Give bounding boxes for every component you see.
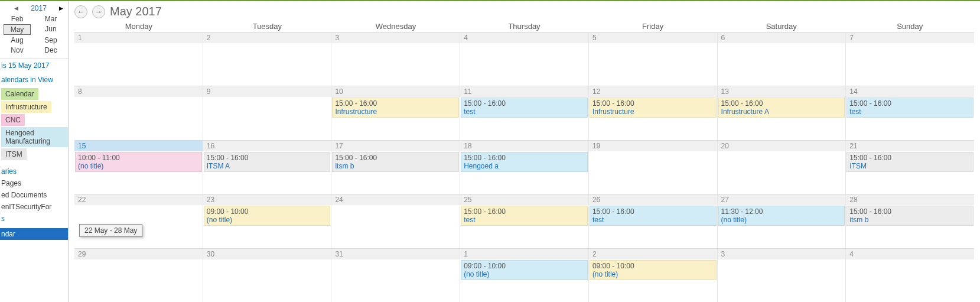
day-cell[interactable]: 1510:00 - 11:00(no title) bbox=[74, 141, 203, 194]
day-cell[interactable]: 24 bbox=[331, 194, 460, 248]
day-cell[interactable]: 4 bbox=[460, 33, 589, 86]
day-number: 10 bbox=[331, 86, 460, 97]
calendar-event[interactable]: 09:00 - 10:00(no title) bbox=[590, 260, 717, 280]
day-number: 11 bbox=[460, 86, 588, 97]
day-cell[interactable]: 3 bbox=[718, 249, 846, 302]
calendar-event[interactable]: 15:00 - 16:00Hengoed a bbox=[461, 152, 588, 172]
event-title: Infrustructure bbox=[335, 108, 456, 116]
calendar-event[interactable]: 15:00 - 16:00Infrustructure bbox=[590, 98, 717, 118]
event-time: 15:00 - 16:00 bbox=[207, 154, 328, 162]
event-title: test bbox=[464, 216, 585, 224]
day-cell[interactable]: 8 bbox=[74, 86, 203, 139]
day-cell[interactable]: 20 bbox=[718, 141, 846, 194]
day-cell[interactable]: 3 bbox=[331, 33, 460, 86]
month-dec[interactable]: Dec bbox=[37, 46, 64, 55]
calendar-event[interactable]: 15:00 - 16:00Infrustructure A bbox=[718, 98, 845, 118]
day-cell[interactable]: 2515:00 - 16:00test bbox=[460, 194, 589, 248]
link-pages[interactable]: Pages bbox=[0, 177, 68, 189]
day-number: 31 bbox=[331, 249, 460, 259]
month-may[interactable]: May bbox=[4, 24, 31, 35]
month-aug[interactable]: Aug bbox=[4, 35, 31, 45]
dow-label: Tuesday bbox=[203, 22, 332, 32]
calendar-event[interactable]: 15:00 - 16:00itsm b bbox=[332, 152, 459, 172]
day-cell[interactable]: 2 bbox=[203, 33, 332, 86]
day-cell[interactable]: 9 bbox=[203, 86, 332, 139]
calendar-event[interactable]: 11:30 - 12:00(no title) bbox=[718, 206, 845, 226]
day-cell[interactable]: 1615:00 - 16:00ITSM A bbox=[203, 141, 332, 194]
day-cell[interactable]: 1015:00 - 16:00Infrustructure bbox=[331, 86, 460, 139]
day-cell[interactable]: 2711:30 - 12:00(no title) bbox=[718, 194, 846, 248]
day-cell[interactable]: 6 bbox=[718, 33, 846, 86]
year-label[interactable]: 2017 bbox=[31, 4, 47, 12]
calendar-event[interactable]: 15:00 - 16:00ITSM bbox=[846, 152, 974, 172]
day-cell[interactable]: 30 bbox=[203, 249, 332, 302]
day-cell[interactable]: 5 bbox=[589, 33, 718, 86]
event-title: ITSM A bbox=[207, 162, 328, 170]
day-number: 23 bbox=[203, 194, 331, 205]
day-number: 21 bbox=[846, 141, 974, 151]
year-prev-icon[interactable]: ◀ bbox=[13, 5, 19, 11]
sidebar: ◀ 2017 ▶ FebMarMayJunAugSepNovDec is 15 … bbox=[0, 1, 69, 302]
link-security[interactable]: enITSecurityFor bbox=[0, 201, 68, 213]
day-cell[interactable]: 2309:00 - 10:00(no title) bbox=[203, 194, 332, 248]
year-next-icon[interactable]: ▶ bbox=[58, 5, 64, 11]
event-title: test bbox=[849, 108, 971, 116]
calendar-tag[interactable]: CNC bbox=[1, 114, 25, 126]
event-title: Infrustructure bbox=[592, 108, 714, 116]
calendar-event[interactable]: 15:00 - 16:00test bbox=[846, 98, 974, 118]
day-number: 6 bbox=[718, 33, 846, 43]
day-cell[interactable]: 7 bbox=[846, 33, 974, 86]
calendar-tag[interactable]: ITSM bbox=[1, 148, 27, 160]
calendar-event[interactable]: 15:00 - 16:00test bbox=[461, 98, 588, 118]
month-nov[interactable]: Nov bbox=[4, 46, 31, 55]
day-cell[interactable]: 31 bbox=[331, 249, 460, 302]
month-feb[interactable]: Feb bbox=[4, 14, 31, 24]
next-month-button[interactable]: → bbox=[92, 5, 105, 18]
day-cell[interactable]: 2815:00 - 16:00itsm b bbox=[846, 194, 974, 248]
calendar-tag[interactable]: Calendar bbox=[1, 88, 38, 100]
link-aries[interactable]: aries bbox=[0, 165, 68, 177]
event-title: (no title) bbox=[464, 270, 585, 278]
day-cell[interactable]: 209:00 - 10:00(no title) bbox=[589, 249, 718, 302]
calendar-event[interactable]: 15:00 - 16:00ITSM A bbox=[204, 152, 331, 172]
day-number: 9 bbox=[203, 86, 331, 97]
day-cell[interactable]: 1 bbox=[74, 33, 203, 86]
day-cell[interactable]: 1115:00 - 16:00test bbox=[460, 86, 589, 139]
day-cell[interactable]: 4 bbox=[846, 249, 974, 302]
day-number: 19 bbox=[589, 141, 717, 151]
calendar-event[interactable]: 15:00 - 16:00itsm b bbox=[846, 206, 974, 226]
calendar-tag[interactable]: Infrustructure bbox=[1, 101, 51, 113]
calendar-event[interactable]: 15:00 - 16:00Infrustructure bbox=[332, 98, 459, 118]
calendar-tag[interactable]: Hengoed Manufacturing bbox=[1, 127, 68, 147]
day-cell[interactable]: 19 bbox=[589, 141, 718, 194]
day-cell[interactable]: 1415:00 - 16:00test bbox=[846, 86, 974, 139]
day-cell[interactable]: 22 bbox=[74, 194, 203, 248]
day-cell[interactable]: 2115:00 - 16:00ITSM bbox=[846, 141, 974, 194]
dow-label: Sunday bbox=[845, 22, 974, 32]
day-cell[interactable]: 109:00 - 10:00(no title) bbox=[460, 249, 589, 302]
dow-label: Friday bbox=[588, 22, 717, 32]
event-time: 15:00 - 16:00 bbox=[335, 154, 456, 162]
month-sep[interactable]: Sep bbox=[37, 35, 64, 45]
event-time: 15:00 - 16:00 bbox=[592, 207, 714, 216]
link-documents[interactable]: ed Documents bbox=[0, 189, 68, 201]
day-cell[interactable]: 1715:00 - 16:00itsm b bbox=[331, 141, 460, 194]
day-cell[interactable]: 2615:00 - 16:00test bbox=[589, 194, 718, 248]
day-cell[interactable]: 1215:00 - 16:00Infrustructure bbox=[589, 86, 718, 139]
calendar-event[interactable]: 15:00 - 16:00test bbox=[461, 206, 588, 226]
prev-month-button[interactable]: ← bbox=[74, 5, 87, 18]
month-jun[interactable]: Jun bbox=[37, 24, 64, 35]
calendars-in-view-header: alendars in View bbox=[0, 73, 68, 86]
nav-calendar-selected[interactable]: ndar bbox=[0, 228, 68, 240]
calendar-event[interactable]: 09:00 - 10:00(no title) bbox=[204, 206, 331, 226]
day-cell[interactable]: 1815:00 - 16:00Hengoed a bbox=[460, 141, 589, 194]
month-mar[interactable]: Mar bbox=[37, 14, 64, 24]
calendar-event[interactable]: 09:00 - 10:00(no title) bbox=[461, 260, 588, 280]
calendar-event[interactable]: 15:00 - 16:00test bbox=[590, 206, 717, 226]
link-s[interactable]: s bbox=[0, 213, 68, 225]
today-link[interactable]: is 15 May 2017 bbox=[0, 59, 68, 72]
day-number: 4 bbox=[460, 33, 588, 43]
calendar-event[interactable]: 10:00 - 11:00(no title) bbox=[75, 152, 202, 172]
day-cell[interactable]: 1315:00 - 16:00Infrustructure A bbox=[718, 86, 846, 139]
day-cell[interactable]: 29 bbox=[74, 249, 203, 302]
